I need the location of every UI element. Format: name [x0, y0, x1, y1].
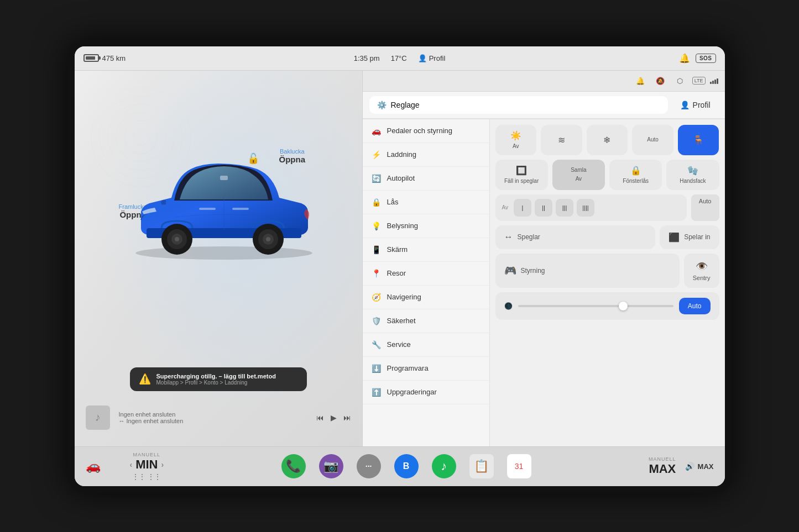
seat-icon: 🪑	[693, 135, 704, 145]
volume-control: 🔊 MAX	[685, 462, 714, 471]
menu-item-autopilot[interactable]: 🔄 Autopilot	[363, 167, 489, 191]
skarm-label: Skärm	[387, 245, 408, 254]
sun-label: Av	[513, 143, 519, 150]
files-app[interactable]: 📋	[469, 454, 494, 478]
auto-climate-label: Auto	[647, 136, 659, 143]
profil-label: Profil	[693, 101, 711, 109]
svg-rect-18	[199, 208, 216, 210]
autopilot-icon: 🔄	[372, 174, 382, 183]
sentry-control-btn[interactable]: 👁️ Sentry	[684, 254, 719, 288]
autopilot-label: Autopilot	[387, 174, 415, 182]
prev-icon[interactable]: ⏮	[316, 413, 324, 422]
mirror-icon: ↔️	[504, 232, 513, 242]
menu-item-navigering[interactable]: 🧭 Navigering	[363, 286, 489, 309]
styrning-icon: 🎮	[504, 265, 516, 277]
status-profile[interactable]: 👤 Profil	[418, 54, 446, 62]
tesla-car-svg	[119, 143, 329, 264]
taskbar: 🚗 Manuell ‹ MIN › ⋮⋮ ⋮⋮ 📞 📷 ···	[75, 446, 725, 486]
sos-badge[interactable]: SOS	[696, 54, 716, 63]
svg-rect-17	[220, 176, 228, 180]
temp-left-icons: ⋮⋮ ⋮⋮	[132, 473, 161, 481]
wiper-btn-2[interactable]: ||	[535, 199, 552, 217]
calendar-app[interactable]: 31	[507, 454, 531, 478]
resor-icon: 📍	[372, 269, 382, 278]
wiper-auto-badge[interactable]: Auto	[691, 194, 719, 221]
speglar-label: Speglar	[518, 233, 540, 241]
menu-item-programvara[interactable]: ⬇️ Programvara	[363, 357, 489, 381]
styrning-control-btn[interactable]: 🎮 Styrning	[495, 254, 680, 288]
volume-max-label[interactable]: MAX	[698, 462, 714, 471]
bluetooth-app[interactable]: B	[394, 454, 419, 478]
sentry-icon: 👁️	[696, 260, 708, 272]
screen-bezel: 475 km 1:35 pm 17°C 👤 Profil 🔔 SOS	[68, 40, 732, 493]
sun-btn[interactable]: ☀️ Av	[495, 125, 537, 155]
next-icon[interactable]: ⏭	[343, 413, 351, 422]
fill-mirrors-btn[interactable]: 🔲 Fäll in speglar	[495, 160, 548, 190]
samla-btn[interactable]: Samla Av	[552, 160, 605, 190]
spelar-in-btn[interactable]: ⬛ Spelar in	[660, 225, 719, 249]
menu-item-laddning[interactable]: ⚡ Laddning	[363, 143, 489, 167]
seat-heat-left-icon: ⋮⋮	[132, 473, 145, 481]
more-app[interactable]: ···	[357, 454, 381, 478]
settings-menu: 🚗 Pedaler och styrning ⚡ Laddning 🔄 Auto…	[363, 119, 490, 446]
temp-right-control: Manuell MAX	[649, 456, 676, 476]
signal-bar-3	[714, 80, 716, 84]
media-controls: ⏮ ▶ ⏭	[316, 413, 351, 422]
alarm-top-icon[interactable]: 🔔	[633, 73, 648, 88]
seat-btn[interactable]: 🪑	[678, 125, 719, 155]
menu-item-belysning[interactable]: 💡 Belysning	[363, 214, 489, 238]
heat-btn[interactable]: ≋	[541, 125, 582, 155]
laddning-label: Laddning	[387, 150, 417, 159]
mirror-control-btn[interactable]: ↔️ Speglar	[495, 225, 656, 249]
fonsterlas-btn[interactable]: 🔒 Fönsterlås	[609, 160, 662, 190]
av-label: Av	[576, 176, 582, 182]
pedaler-label: Pedaler och styrning	[387, 127, 453, 135]
status-center: 1:35 pm 17°C 👤 Profil	[354, 54, 446, 62]
menu-item-uppgraderingar[interactable]: ⬆️ Uppgraderingar	[363, 381, 489, 404]
notification-bar[interactable]: ⚠️ Supercharging otillg. – lägg till bet…	[130, 367, 307, 391]
bluetooth-top-icon[interactable]: ⬡	[672, 73, 688, 88]
heat-icon: ≋	[558, 135, 565, 145]
play-icon[interactable]: ▶	[331, 413, 337, 422]
styrning-sentry-row: 🎮 Styrning 👁️ Sentry	[495, 254, 719, 288]
service-label: Service	[387, 340, 411, 349]
menu-item-service[interactable]: 🔧 Service	[363, 333, 489, 357]
menu-item-pedaler[interactable]: 🚗 Pedaler och styrning	[363, 119, 489, 143]
manuell-left-label: Manuell	[133, 452, 161, 457]
profil-tab[interactable]: 👤 Profil	[672, 96, 718, 114]
menu-item-sakerhet[interactable]: 🛡️ Säkerhet	[363, 309, 489, 333]
auto-climate-btn[interactable]: Auto	[632, 125, 673, 155]
sun-icon: ☀️	[510, 130, 521, 141]
wiper-btn-1[interactable]: |	[514, 199, 531, 217]
menu-item-las[interactable]: 🔒 Lås	[363, 191, 489, 214]
brightness-row: 🌑 Auto	[495, 292, 719, 320]
brightness-slider[interactable]	[518, 305, 673, 307]
notif-text: Supercharging otillg. – lägg till bet.me…	[156, 373, 276, 386]
auto-brightness-btn[interactable]: Auto	[679, 298, 711, 314]
reglage-tab[interactable]: ⚙️ Reglage	[369, 96, 668, 114]
camera-app[interactable]: 📷	[319, 454, 343, 478]
temp-left-arrow-left[interactable]: ‹	[130, 460, 133, 469]
handsfack-btn[interactable]: 🧤 Handsfack	[666, 160, 719, 190]
handsfack-icon: 🧤	[687, 165, 698, 176]
temp-left-number: MIN	[135, 457, 158, 472]
fill-mirrors-icon: 🔲	[516, 165, 527, 176]
media-info: Ingen enhet ansluten ↔ Ingen enhet anslu…	[119, 411, 307, 424]
wiper-btn-4[interactable]: ||||	[577, 199, 594, 217]
defrost-icon: ❄	[603, 135, 610, 145]
menu-item-skarm[interactable]: 📱 Skärm	[363, 238, 489, 262]
spotify-app[interactable]: ♪	[432, 454, 456, 478]
wiper-btn-3[interactable]: |||	[556, 199, 573, 217]
car-taskbar-icon[interactable]: 🚗	[86, 459, 101, 473]
spelar-in-label: Spelar in	[684, 233, 710, 241]
wiper-row: Av | || ||| |||| Auto	[495, 194, 719, 221]
temp-left-arrow-right[interactable]: ›	[161, 460, 164, 469]
temp-right-number: MAX	[649, 462, 676, 476]
menu-item-resor[interactable]: 📍 Resor	[363, 262, 489, 286]
bell-top-icon[interactable]: 🔕	[652, 73, 668, 88]
temp-left-control: Manuell ‹ MIN › ⋮⋮ ⋮⋮	[130, 452, 164, 481]
profil-icon: 👤	[680, 101, 690, 109]
wiper-av-label: Av	[502, 204, 509, 210]
phone-app[interactable]: 📞	[281, 454, 306, 478]
defrost-btn[interactable]: ❄	[587, 125, 628, 155]
